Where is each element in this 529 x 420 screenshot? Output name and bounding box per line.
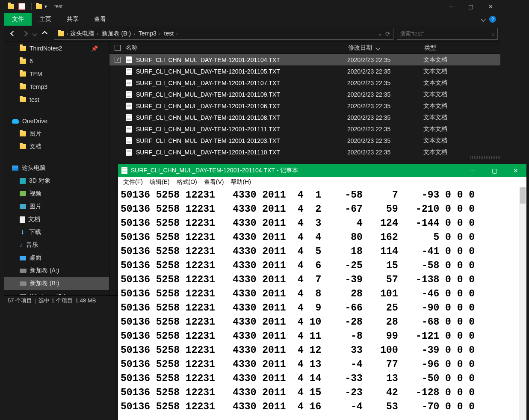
folder-icon [8, 4, 14, 9]
navigation-pane[interactable]: ThirdNotes2📌6TEMTemp3testOneDrive图片文档这头电… [4, 42, 109, 295]
nav-item[interactable]: ♪音乐 [4, 239, 109, 251]
file-type: 文本文档 [423, 114, 447, 121]
nav-up-button[interactable] [38, 28, 50, 40]
file-row[interactable]: SURF_CLI_CHN_MUL_DAY-TEM-12001-201203.TX… [109, 135, 500, 146]
breadcrumb-item[interactable]: test› [163, 30, 180, 37]
status-size: 1.48 MB [75, 297, 96, 304]
menu-item[interactable]: 文件(F) [121, 178, 145, 186]
separator [49, 3, 49, 10]
menu-item[interactable]: 查看(V) [201, 178, 227, 186]
maximize-button[interactable]: ▢ [484, 164, 505, 177]
search-box[interactable]: ⌕ [397, 28, 498, 40]
file-row[interactable]: SURF_CLI_CHN_MUL_DAY-TEM-12001-201109.TX… [109, 89, 500, 100]
refresh-icon[interactable]: ⟳ [385, 30, 390, 37]
scrollbar-vertical[interactable] [519, 187, 526, 420]
nav-item[interactable]: 新加卷 (B:) [4, 277, 109, 290]
nav-item-label: 图片 [30, 203, 41, 210]
drive-icon [20, 281, 27, 286]
column-type[interactable]: 类型 [424, 44, 500, 52]
nav-item[interactable]: 3D 对象 [4, 175, 109, 187]
ribbon-tab-2[interactable]: 共享 [59, 13, 86, 26]
nav-history-button[interactable] [31, 28, 38, 40]
select-all-checkbox[interactable] [115, 45, 121, 51]
ribbon-tab-3[interactable]: 查看 [86, 13, 114, 26]
search-input[interactable] [400, 30, 491, 37]
nav-item[interactable]: Windows (C:) [4, 290, 109, 295]
breadcrumb-item[interactable]: 这头电脑› [68, 30, 100, 38]
file-date: 2020/2/23 22:35 [347, 80, 423, 86]
scrollbar-thumb[interactable] [520, 187, 526, 204]
nav-item[interactable]: 新加卷 (A:) [4, 264, 109, 277]
chevron-down-icon[interactable]: ⌄ [378, 31, 382, 37]
nav-item[interactable]: ThirdNotes2📌 [4, 42, 109, 55]
nav-item[interactable]: 图片 [4, 200, 109, 213]
menu-item[interactable]: 帮助(H) [228, 178, 253, 186]
row-checkbox[interactable] [115, 57, 121, 63]
file-name: SURF_CLI_CHN_MUL_DAY-TEM-12001-201106.TX… [136, 103, 347, 109]
onedrive-icon [12, 119, 19, 124]
file-row[interactable]: SURF_CLI_CHN_MUL_DAY-TEM-12001-201105.TX… [109, 65, 500, 77]
nav-item-label: 文档 [30, 143, 41, 151]
address-bar[interactable]: › 这头电脑›新加卷 (B:)›Temp3›test› ⌄ ⟳ [54, 28, 393, 40]
nav-item[interactable]: 6 [4, 55, 109, 68]
column-name[interactable]: 名称 [126, 44, 348, 52]
file-name: SURF_CLI_CHN_MUL_DAY-TEM-12001-201104.TX… [136, 56, 347, 63]
notepad-title: SURF_CLI_CHN_MUL_DAY-TEM-12001-201104.TX… [131, 167, 298, 175]
help-icon[interactable]: ? [489, 16, 496, 23]
breadcrumb: 这头电脑›新加卷 (B:)›Temp3›test› [68, 30, 180, 38]
nav-item[interactable]: OneDrive [4, 115, 109, 127]
notepad-titlebar[interactable]: SURF_CLI_CHN_MUL_DAY-TEM-12001-201104.TX… [118, 164, 526, 177]
overflow-icon[interactable]: ▾ [44, 3, 47, 9]
nav-item[interactable]: ⭳下载 [4, 226, 109, 239]
nav-item-label: 3D 对象 [29, 177, 50, 185]
nav-item[interactable]: 图片 [4, 127, 109, 140]
nav-item[interactable]: 文档 [4, 213, 109, 226]
menu-item[interactable]: 编辑(E) [147, 178, 172, 186]
nav-item[interactable]: TEM [4, 68, 109, 80]
nav-item-label: 音乐 [26, 241, 38, 249]
nav-item[interactable]: test [4, 93, 109, 106]
file-row[interactable]: SURF_CLI_CHN_MUL_DAY-TEM-12001-201107.TX… [109, 77, 500, 89]
folder-icon [20, 144, 26, 149]
nav-item[interactable]: 桌面 [4, 251, 109, 264]
file-row[interactable]: SURF_CLI_CHN_MUL_DAY-TEM-12001-201110.TX… [109, 146, 500, 158]
close-button[interactable]: ✕ [505, 164, 526, 177]
chevron-right-icon: › [176, 31, 178, 36]
explorer-titlebar[interactable]: ▾ test ─ ▢ ✕ [4, 0, 500, 13]
resize-decoration [470, 156, 500, 159]
minimize-button[interactable]: ─ [462, 164, 484, 177]
nav-item[interactable]: 文档 [4, 140, 109, 153]
nav-item-label: 图片 [30, 130, 41, 138]
maximize-button[interactable]: ▢ [461, 0, 481, 13]
file-row[interactable]: SURF_CLI_CHN_MUL_DAY-TEM-12001-201108.TX… [109, 112, 500, 123]
ribbon-tab-1[interactable]: 主页 [32, 13, 59, 26]
nav-item[interactable]: 视频 [4, 187, 109, 200]
ribbon-collapse-icon[interactable] [481, 17, 485, 21]
folder-icon [20, 97, 26, 102]
minimize-button[interactable]: ─ [441, 0, 461, 13]
ribbon-tab-0[interactable]: 文件 [4, 13, 32, 26]
menu-item[interactable]: 格式(O) [174, 178, 200, 186]
nav-item[interactable]: Temp3 [4, 80, 109, 93]
file-row[interactable]: SURF_CLI_CHN_MUL_DAY-TEM-12001-201111.TX… [109, 123, 500, 135]
breadcrumb-item[interactable]: 新加卷 (B:)› [100, 30, 137, 38]
search-icon[interactable]: ⌕ [491, 30, 495, 37]
nav-forward-button[interactable] [19, 28, 31, 40]
nav-back-button[interactable] [7, 28, 19, 40]
close-button[interactable]: ✕ [481, 0, 500, 13]
folder-icon[interactable] [36, 4, 42, 9]
picture-icon [20, 204, 26, 209]
file-type: 文本文档 [423, 148, 447, 156]
properties-icon[interactable] [18, 3, 25, 10]
notepad-text-area[interactable]: 50136 5258 12231 4330 2011 4 1 -58 7 -93… [118, 187, 526, 420]
text-file-icon [126, 149, 132, 156]
column-date[interactable]: 修改日期 [348, 44, 424, 52]
nav-item[interactable]: 这头电脑 [4, 162, 109, 175]
breadcrumb-item[interactable]: Temp3› [137, 30, 163, 37]
nav-item-label: 下载 [29, 228, 41, 236]
window-controls: ─ ▢ ✕ [441, 0, 500, 13]
file-name: SURF_CLI_CHN_MUL_DAY-TEM-12001-201203.TX… [136, 137, 347, 144]
file-row[interactable]: SURF_CLI_CHN_MUL_DAY-TEM-12001-201106.TX… [109, 100, 500, 112]
file-name: SURF_CLI_CHN_MUL_DAY-TEM-12001-201110.TX… [136, 149, 347, 156]
file-row[interactable]: SURF_CLI_CHN_MUL_DAY-TEM-12001-201104.TX… [109, 54, 500, 65]
